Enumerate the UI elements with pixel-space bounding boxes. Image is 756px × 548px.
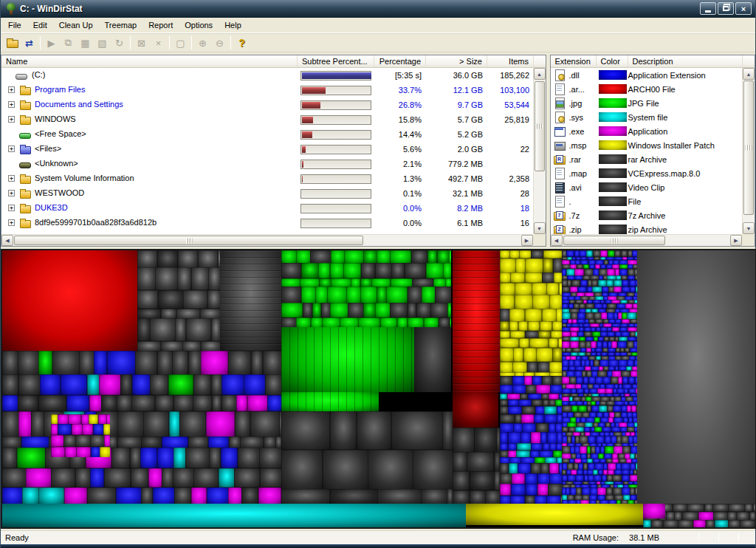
treemap-cell[interactable] (360, 278, 372, 287)
treemap-cell[interactable] (331, 250, 345, 264)
treemap-cell[interactable] (183, 290, 207, 309)
treemap-cell[interactable] (519, 338, 530, 349)
treemap-cell[interactable] (553, 258, 562, 273)
treemap-cell[interactable] (397, 318, 408, 327)
treemap-cell[interactable] (358, 318, 380, 327)
treemap-cell[interactable] (509, 321, 519, 331)
treemap-cell[interactable] (229, 436, 241, 448)
menu-report[interactable]: Report (142, 18, 179, 32)
treemap-cell[interactable] (377, 287, 387, 304)
treemap-cell[interactable] (500, 406, 509, 415)
treemap-cell[interactable] (375, 263, 392, 278)
treemap-cell[interactable] (386, 287, 408, 304)
treemap-cell[interactable] (82, 424, 93, 435)
treemap-cell[interactable] (141, 487, 153, 504)
treemap-cell[interactable] (161, 341, 183, 351)
treemap-cell[interactable] (531, 432, 541, 443)
extension-row[interactable]: .ar...ARCH00 File (551, 82, 743, 96)
close-button[interactable]: × (735, 2, 752, 15)
treemap-cell[interactable] (219, 468, 235, 488)
treemap-cell[interactable] (453, 490, 470, 504)
help-button[interactable]: ? (233, 35, 250, 51)
treemap-cell[interactable] (212, 395, 222, 412)
treemap-cell[interactable] (368, 450, 413, 490)
treemap-cell[interactable] (543, 250, 562, 258)
treemap-cell[interactable] (331, 278, 351, 287)
treemap-cell[interactable] (236, 395, 247, 412)
treemap-cell[interactable] (450, 318, 451, 327)
treemap-cell[interactable] (532, 283, 546, 295)
treemap-cell[interactable] (2, 374, 18, 395)
treemap-cell[interactable] (26, 468, 52, 488)
treemap-cell[interactable] (663, 520, 678, 527)
treemap-cell[interactable] (173, 448, 186, 468)
treemap-cell[interactable] (157, 351, 173, 375)
treemap-cell[interactable] (380, 318, 398, 327)
treemap-cell[interactable] (453, 452, 467, 472)
treemap-cell[interactable] (148, 468, 162, 488)
treemap-gray-ribbed-block[interactable] (220, 250, 281, 351)
treemap-cell[interactable] (265, 374, 281, 395)
treemap-cell[interactable] (141, 436, 162, 448)
treemap-cell[interactable] (522, 423, 536, 433)
scroll-thumb[interactable] (14, 236, 363, 245)
treemap-cell[interactable] (18, 411, 32, 437)
treemap-cell[interactable] (330, 489, 378, 504)
treemap-cell[interactable] (518, 321, 528, 331)
treemap-cell[interactable] (104, 435, 110, 448)
treemap-cell[interactable] (318, 263, 330, 278)
treemap-cell[interactable] (447, 489, 453, 504)
extension-row[interactable]: .7z7z Archive (551, 208, 743, 222)
treemap-green-files-cluster[interactable] (281, 250, 451, 327)
treemap-cell[interactable] (228, 351, 252, 375)
treemap-cell[interactable] (330, 263, 345, 278)
expander-plus-icon[interactable]: + (8, 219, 15, 226)
treemap-cell[interactable] (193, 374, 212, 395)
treemap-cell[interactable] (443, 263, 451, 278)
tree-vertical-scrollbar[interactable]: ▲▼ (533, 68, 546, 234)
treemap-cell[interactable] (532, 376, 543, 386)
treemap-cell[interactable] (509, 309, 525, 321)
treemap-yellow-installer-cluster[interactable] (500, 250, 562, 376)
tree-horizontal-scrollbar[interactable]: ◀▶ (1, 234, 533, 246)
treemap-cell[interactable] (518, 463, 531, 474)
treemap-cell[interactable] (500, 484, 511, 496)
treemap-cell[interactable] (704, 504, 713, 512)
treemap-cell[interactable] (453, 428, 475, 453)
treemap-cell[interactable] (500, 432, 508, 443)
treemap-cell[interactable] (678, 520, 693, 527)
treemap-cell[interactable] (500, 414, 515, 424)
treemap-cell[interactable] (18, 374, 41, 395)
treemap-cell[interactable] (500, 250, 510, 258)
menu-file[interactable]: File (2, 18, 27, 32)
tree-row[interactable]: <Free Space>14.4%5.2 GB (1, 127, 534, 142)
treemap-cell[interactable] (319, 278, 331, 287)
treemap-cell[interactable] (508, 406, 522, 415)
extension-row[interactable]: .mspWindows Installer Patch (551, 138, 743, 152)
treemap-cell[interactable] (322, 318, 340, 327)
tree-row[interactable]: +<Files>5.6%2.0 GB22 (1, 142, 534, 157)
treemap-cell[interactable] (98, 414, 107, 425)
treemap-cell[interactable] (526, 385, 537, 394)
treemap-cell[interactable] (93, 424, 104, 435)
treemap-cell[interactable] (120, 374, 132, 395)
scroll-thumb[interactable] (743, 81, 754, 215)
treemap-cell[interactable] (551, 331, 562, 339)
treemap-cell[interactable] (143, 411, 169, 437)
treemap-cell[interactable] (579, 436, 588, 444)
treemap-cell[interactable] (753, 504, 755, 512)
treemap-cell[interactable] (315, 287, 328, 304)
treemap-cell[interactable] (2, 448, 17, 468)
column-header-name[interactable]: Name (1, 55, 298, 67)
treemap-cell[interactable] (90, 435, 105, 448)
treemap-cell[interactable] (343, 263, 361, 278)
treemap-cell[interactable] (531, 250, 543, 258)
treemap-cell[interactable] (549, 362, 562, 373)
treemap-cell[interactable] (89, 414, 98, 425)
expander-plus-icon[interactable]: + (8, 101, 15, 108)
treemap-cell[interactable] (173, 395, 193, 412)
treemap-cell[interactable] (510, 331, 526, 339)
extension-row[interactable]: .sysSystem file (551, 110, 743, 124)
treemap-cell[interactable] (137, 267, 156, 290)
treemap-cell[interactable] (408, 303, 417, 318)
